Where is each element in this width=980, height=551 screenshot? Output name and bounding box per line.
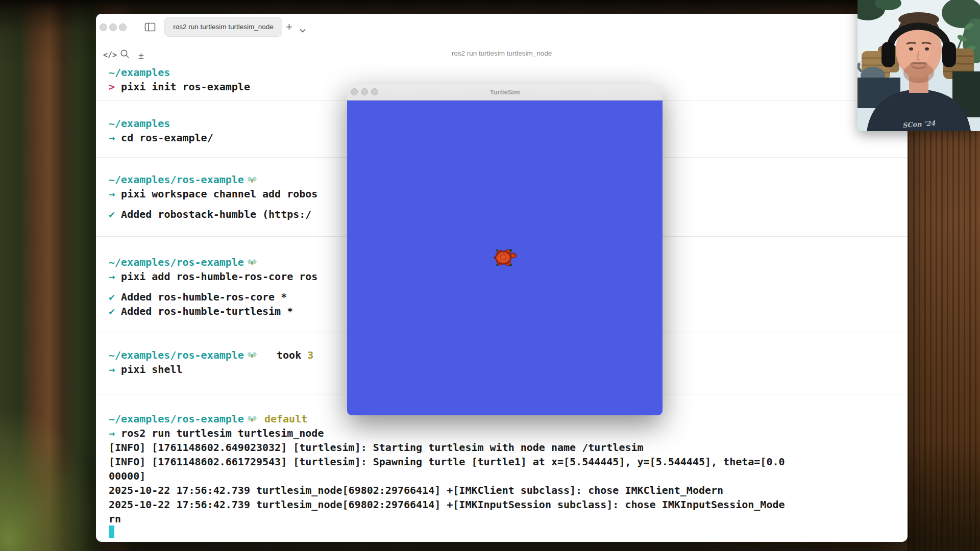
chevron-down-icon[interactable] [300,24,306,34]
zoom-button[interactable] [371,88,378,95]
terminal-line: [INFO] [1761148602.649023032] [turtlesim… [109,441,903,456]
terminal-line: ~/examples [109,66,903,81]
terminal-line: [INFO] [1761148602.661729543] [turtlesim… [109,456,903,470]
minimize-button[interactable] [361,88,368,95]
terminal-line: 00000] [109,470,903,484]
fairy-emoji [246,174,258,185]
webcam-overlay: SCon '24 [857,0,980,131]
turtlesim-title: TurtleSim [347,84,663,101]
zoom-button[interactable] [119,23,127,31]
terminal-header-title: ros2 run turtlesim turtlesim_node [96,49,908,57]
terminal-line: rn [109,513,903,527]
terminal-line: 2025-10-22 17:56:42.739 turtlesim_node[6… [109,484,903,498]
terminal-cursor[interactable] [109,525,114,538]
close-button[interactable] [100,23,107,31]
new-tab-button[interactable]: + [286,21,292,33]
turtlesim-window: TurtleSim [347,84,663,415]
fairy-emoji [246,257,258,267]
fairy-emoji [246,350,258,360]
minimize-button[interactable] [109,23,117,31]
desktop: ros2 run turtlesim turtlesim_node + </> … [0,0,980,551]
turtlesim-canvas [347,101,663,415]
turtle-sprite [493,248,517,267]
terminal-line[interactable]: → ros2 run turtlesim turtlesim_node [109,427,903,441]
tab-title: ros2 run turtlesim turtlesim_node [173,23,274,31]
webcam-scene [857,0,980,131]
terminal-tab[interactable]: ros2 run turtlesim turtlesim_node [164,17,282,37]
fairy-emoji [246,414,258,424]
wallpaper-moss [0,398,112,551]
sidebar-toggle-icon[interactable] [144,22,156,32]
close-button[interactable] [351,88,358,95]
terminal-line: 2025-10-22 17:56:42.739 turtlesim_node[6… [109,498,903,513]
